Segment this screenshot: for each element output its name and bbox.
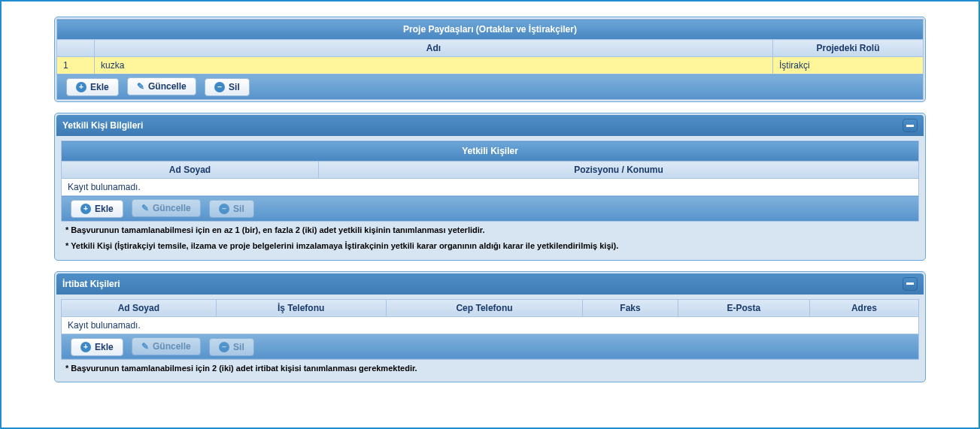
minus-icon: − [219,342,229,352]
irtibat-sil-label: Sil [233,342,244,352]
yetkili-collapse-button[interactable] [903,119,918,132]
irtibat-collapse-button[interactable] [903,277,918,291]
paydaslar-row[interactable]: 1 kuzka İştirakçi [57,57,924,74]
irtibat-col-eposta: E-Posta [678,299,809,316]
irtibat-ekle-label: Ekle [95,342,114,352]
minus-icon: − [214,82,225,92]
yetkili-col-adsoyad: Ad Soyad [62,162,319,179]
paydaslar-col-adi: Adı [95,40,773,57]
yetkili-col-pozisyon: Pozisyonu / Konumu [319,162,919,179]
irtibat-note-1: * Başvurunun tamamlanabilmesi için 2 (ik… [61,360,919,376]
irtibat-col-adsoyad: Ad Soyad [62,299,217,316]
paydaslar-guncelle-label: Güncelle [148,81,187,92]
plus-icon: + [80,204,91,214]
irtibat-panel: İrtibat Kişileri Ad Soyad İş Telefonu Ce… [54,271,926,382]
irtibat-col-faks: Faks [583,299,678,316]
yetkili-note-2: * Yetkili Kişi (İştirakçiyi temsile, ilz… [61,237,919,253]
plus-icon: + [80,342,91,352]
paydaslar-grid: Proje Paydaşları (Ortaklar ve İştirakçil… [56,19,924,100]
paydaslar-ekle-label: Ekle [90,82,109,92]
paydaslar-col-seq [57,40,95,57]
yetkili-guncelle-button: ✎ Güncelle [132,199,201,217]
yetkili-grid: Yetkili Kişiler Ad Soyad Pozisyonu / Kon… [61,140,919,222]
yetkili-empty-row: Kayıt bulunamadı. [62,179,919,196]
paydaslar-toolbar: + Ekle ✎ Güncelle − Sil [57,74,924,100]
irtibat-toolbar: + Ekle ✎ Güncelle − Sil [62,334,919,359]
paydaslar-title: Proje Paydaşları (Ortaklar ve İştirakçil… [57,20,924,40]
irtibat-col-ceptel: Cep Telefonu [386,299,583,316]
irtibat-panel-title: İrtibat Kişileri [62,279,120,289]
irtibat-guncelle-button: ✎ Güncelle [132,337,201,355]
paydaslar-col-rol: Projedeki Rolü [773,40,924,57]
paydaslar-sil-button[interactable]: − Sil [205,78,250,96]
paydaslar-sil-label: Sil [229,82,240,92]
paydaslar-cell-rol: İştirakçi [773,57,924,74]
yetkili-sil-label: Sil [233,204,244,214]
yetkili-sil-button: − Sil [209,200,254,218]
plus-icon: + [76,82,86,92]
irtibat-grid: Ad Soyad İş Telefonu Cep Telefonu Faks E… [61,299,919,360]
yetkili-ekle-label: Ekle [95,204,114,214]
paydaslar-panel: Proje Paydaşları (Ortaklar ve İştirakçil… [54,17,926,102]
yetkili-note-1: * Başvurunun tamamlanabilmesi için en az… [61,222,919,237]
irtibat-empty-text: Kayıt bulunamadı. [62,316,919,334]
yetkili-ekle-button[interactable]: + Ekle [71,200,123,218]
pencil-icon: ✎ [141,342,149,351]
yetkili-panel: Yetkili Kişi Bilgileri Yetkili Kişiler A… [54,113,926,261]
yetkili-empty-text: Kayıt bulunamadı. [62,179,919,196]
minus-icon [906,282,914,285]
irtibat-guncelle-label: Güncelle [153,341,191,352]
irtibat-col-adres: Adres [809,299,918,316]
pencil-icon: ✎ [141,204,149,213]
irtibat-empty-row: Kayıt bulunamadı. [62,316,919,334]
pencil-icon: ✎ [137,82,144,91]
irtibat-sil-button: − Sil [209,338,254,356]
minus-icon [906,125,914,127]
minus-icon: − [219,204,229,214]
yetkili-toolbar: + Ekle ✎ Güncelle − Sil [62,196,919,222]
irtibat-ekle-button[interactable]: + Ekle [71,338,123,356]
yetkili-panel-title: Yetkili Kişi Bilgileri [62,120,143,131]
paydaslar-cell-adi: kuzka [95,57,773,74]
irtibat-col-istel: İş Telefonu [216,299,386,316]
paydaslar-ekle-button[interactable]: + Ekle [66,78,119,96]
yetkili-guncelle-label: Güncelle [153,203,191,213]
paydaslar-cell-seq: 1 [57,57,95,74]
yetkili-grid-title: Yetkili Kişiler [62,141,919,162]
paydaslar-guncelle-button[interactable]: ✎ Güncelle [127,77,196,95]
